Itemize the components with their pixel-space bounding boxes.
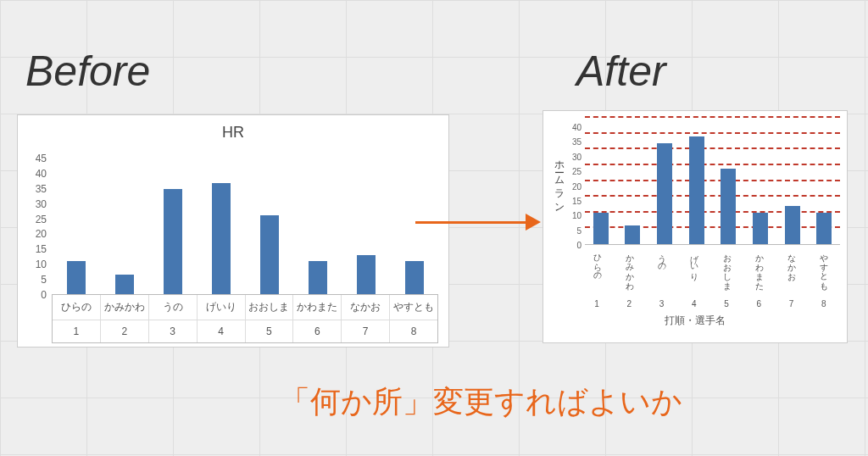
x-category: なかお7 [342,295,390,342]
bar [357,255,376,294]
bar [689,136,704,244]
chart-after: ホームラン 0510152025303540 ひらの1かみかわ2うの3げいり4お… [542,110,848,343]
ytick: 25 [568,167,581,176]
bar [67,261,86,294]
category-label: うの [656,245,668,296]
category-label: おおしま [721,245,732,296]
gridline [585,116,840,118]
ytick: 5 [28,274,47,286]
x-category: ひらの1 [581,245,613,309]
category-label: かわまた [293,295,341,320]
x-category: かわまた6 [743,245,775,309]
ytick: 45 [28,153,47,164]
category-label: ひらの [53,295,100,320]
category-number: 4 [218,320,224,342]
category-label: ひらの [591,245,603,296]
gridline [585,132,840,134]
category-number: 1 [74,320,80,342]
category-label: なかお [786,245,798,296]
category-number: 3 [170,320,175,342]
category-label: やすとも [390,295,437,320]
x-category: やすとも8 [808,245,840,309]
category-label: げいり [198,295,245,320]
bar [260,215,279,294]
ytick: 10 [28,259,47,270]
ytick: 0 [28,289,47,301]
gridline [585,211,840,213]
gridline [585,164,840,165]
bar [753,213,768,244]
bar [405,261,424,294]
x-category: げいり4 [678,245,710,309]
category-number: 1 [594,296,599,309]
x-category: うの3 [646,245,678,309]
ytick: 30 [28,198,47,210]
chart-before-xaxis: ひらの1かみかわ2うの3げいり4おおしま5かわまた6なかお7やすとも8 [52,295,438,343]
x-category: げいり4 [198,295,246,342]
category-label: かみかわ [623,245,635,296]
category-label: なかお [342,295,389,320]
category-number: 7 [363,320,369,342]
ytick: 30 [568,152,581,161]
chart-after-bars [585,118,840,245]
ytick: 5 [568,225,581,235]
category-number: 5 [724,296,729,309]
x-category: かみかわ2 [613,245,645,309]
category-number: 2 [627,296,632,309]
x-category: なかお7 [776,245,808,309]
x-category: おおしま5 [246,295,294,342]
x-category: かわまた6 [293,295,342,342]
chart-after-xlabel: 打順・選手名 [550,314,840,328]
chart-before-yaxis: 051015202530354045 [28,147,52,295]
gridline [585,195,840,197]
category-number: 6 [757,296,762,309]
bar [115,275,134,294]
bar [625,225,640,244]
x-category: やすとも8 [390,295,437,342]
category-label: うの [149,295,197,320]
ytick: 25 [28,214,47,225]
category-number: 6 [314,320,320,342]
category-label: おおしま [246,295,293,320]
chart-before-plot: 051015202530354045 [28,147,438,295]
chart-after-xaxis: ひらの1かみかわ2うの3げいり4おおしま5かわまた6なかお7やすとも8 [581,245,840,309]
bar [816,213,832,244]
x-category: うの3 [149,295,198,342]
after-heading: After [576,47,666,96]
ytick: 15 [28,243,47,255]
bar [309,261,327,294]
chart-after-ylabel: ホームラン [550,118,568,245]
chart-after-plot: ホームラン 0510152025303540 [550,118,840,245]
category-number: 2 [121,320,127,342]
bar [657,143,672,244]
chart-after-yaxis: 0510152025303540 [568,118,585,245]
x-category: ひらの1 [53,295,101,342]
ytick: 15 [568,196,581,205]
ytick: 0 [568,241,581,250]
ytick: 35 [28,183,47,195]
category-number: 3 [659,296,665,309]
category-number: 5 [266,320,272,342]
before-heading: Before [25,47,150,96]
x-category: おおしま5 [710,245,743,309]
category-number: 4 [692,296,697,309]
ytick: 40 [28,168,47,180]
category-label: やすとも [818,245,830,296]
ytick: 10 [568,211,581,220]
caption: 「何か所」変更すればよいか [280,381,682,423]
bar [721,169,736,244]
category-number: 7 [789,296,794,309]
ytick: 20 [28,228,47,240]
ytick: 40 [568,123,581,132]
bar [212,183,231,294]
bar [593,213,609,244]
bar [164,189,182,294]
category-number: 8 [821,296,826,309]
ytick: 35 [568,137,581,147]
category-number: 8 [411,320,417,342]
category-label: かみかわ [101,295,148,320]
chart-before-title: HR [28,124,438,142]
gridline [585,180,840,181]
chart-before: HR 051015202530354045 ひらの1かみかわ2うの3げいり4おお… [17,114,449,348]
category-label: げいり [688,245,700,296]
